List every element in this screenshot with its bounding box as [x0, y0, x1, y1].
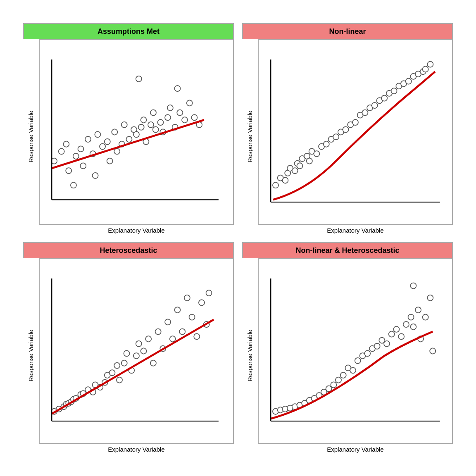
y-axis-label-4: Response Variable [247, 330, 254, 382]
scatter-plot-3 [40, 259, 233, 443]
svg-point-108 [150, 360, 156, 366]
svg-point-2 [63, 141, 69, 147]
svg-point-34 [182, 117, 188, 123]
svg-point-106 [141, 348, 147, 354]
svg-point-4 [71, 182, 76, 188]
chart-area-3 [39, 258, 234, 444]
y-axis-label-3: Response Variable [28, 330, 35, 382]
svg-point-53 [307, 158, 312, 164]
x-axis-label-4: Explanatory Variable [258, 446, 453, 453]
svg-point-14 [107, 158, 113, 164]
svg-point-140 [350, 367, 356, 373]
svg-point-78 [423, 66, 428, 72]
svg-point-102 [124, 350, 130, 356]
svg-point-5 [73, 153, 79, 159]
svg-point-74 [406, 79, 412, 84]
panel-title-non-linear: Non-linear [242, 23, 453, 39]
svg-point-141 [355, 358, 361, 364]
svg-point-25 [148, 122, 154, 128]
svg-point-33 [177, 110, 183, 116]
scatter-plot-2 [259, 40, 452, 224]
svg-point-31 [167, 105, 173, 111]
svg-point-120 [206, 290, 212, 296]
panel-non-linear-heteroscedastic: Non-linear & Heteroscedastic Response Va… [242, 242, 453, 453]
svg-point-6 [78, 146, 83, 152]
svg-point-157 [427, 295, 433, 301]
svg-point-143 [364, 350, 370, 356]
panel-heteroscedastic: Heteroscedastic Response Variable [23, 242, 234, 453]
svg-line-40 [52, 120, 204, 168]
svg-point-23 [141, 117, 147, 123]
svg-point-55 [314, 151, 319, 157]
svg-point-79 [427, 62, 433, 67]
svg-point-151 [403, 321, 409, 327]
svg-point-3 [66, 168, 71, 174]
svg-point-156 [423, 314, 428, 320]
y-axis-label-2: Response Variable [247, 111, 254, 163]
x-axis-label-3: Explanatory Variable [39, 446, 234, 453]
panel-title-heteroscedastic: Heteroscedastic [23, 242, 234, 258]
svg-point-48 [292, 168, 298, 174]
svg-point-36 [191, 114, 197, 120]
svg-point-45 [282, 177, 288, 183]
svg-point-117 [194, 333, 200, 339]
svg-point-22 [138, 124, 144, 130]
svg-point-115 [184, 295, 190, 301]
svg-point-113 [174, 307, 180, 313]
svg-point-1 [59, 148, 64, 154]
svg-point-104 [133, 353, 139, 359]
chart-area-1 [39, 39, 234, 225]
svg-point-69 [381, 95, 387, 101]
svg-point-30 [165, 114, 171, 120]
svg-point-138 [340, 372, 346, 378]
chart-area-4 [258, 258, 453, 444]
svg-line-121 [52, 319, 214, 414]
svg-point-15 [112, 129, 117, 135]
svg-point-137 [336, 377, 341, 383]
svg-point-107 [145, 336, 151, 342]
svg-point-26 [150, 110, 156, 116]
svg-point-67 [372, 102, 378, 108]
svg-point-118 [199, 300, 205, 305]
svg-point-65 [362, 110, 368, 116]
svg-point-105 [136, 341, 142, 347]
svg-point-159 [410, 283, 416, 289]
x-axis-label-2: Explanatory Variable [258, 227, 453, 234]
svg-point-21 [133, 131, 139, 137]
svg-point-153 [410, 324, 416, 330]
svg-point-116 [189, 314, 195, 320]
svg-point-27 [153, 127, 159, 133]
svg-point-145 [374, 343, 380, 349]
svg-point-12 [100, 144, 105, 150]
panel-assumptions-met: Assumptions Met Response Variable [23, 23, 234, 234]
svg-point-35 [187, 100, 193, 106]
svg-point-63 [352, 119, 358, 125]
scatter-plot-4 [259, 259, 452, 443]
x-axis-label-1: Explanatory Variable [39, 227, 234, 234]
svg-point-100 [117, 377, 122, 383]
svg-point-59 [333, 134, 339, 140]
svg-point-57 [324, 141, 329, 147]
svg-point-43 [273, 182, 278, 188]
panel-non-linear: Non-linear Response Variable [242, 23, 453, 234]
svg-point-154 [415, 307, 421, 313]
svg-point-28 [157, 119, 163, 125]
svg-point-8 [85, 136, 91, 142]
panel-title-non-linear-hetero: Non-linear & Heteroscedastic [242, 242, 453, 258]
svg-point-71 [391, 88, 397, 94]
svg-point-135 [326, 386, 332, 392]
svg-point-147 [384, 341, 390, 347]
svg-point-112 [170, 336, 176, 342]
svg-point-61 [343, 127, 349, 133]
svg-point-98 [109, 370, 115, 376]
svg-point-13 [105, 139, 110, 145]
svg-point-7 [80, 163, 86, 169]
svg-point-50 [297, 163, 302, 169]
svg-point-111 [165, 319, 171, 325]
svg-point-150 [398, 333, 404, 339]
svg-point-99 [114, 363, 120, 369]
chart-area-2 [258, 39, 453, 225]
svg-point-136 [331, 382, 336, 388]
svg-point-149 [393, 326, 399, 332]
panel-title-assumptions-met: Assumptions Met [23, 23, 234, 39]
